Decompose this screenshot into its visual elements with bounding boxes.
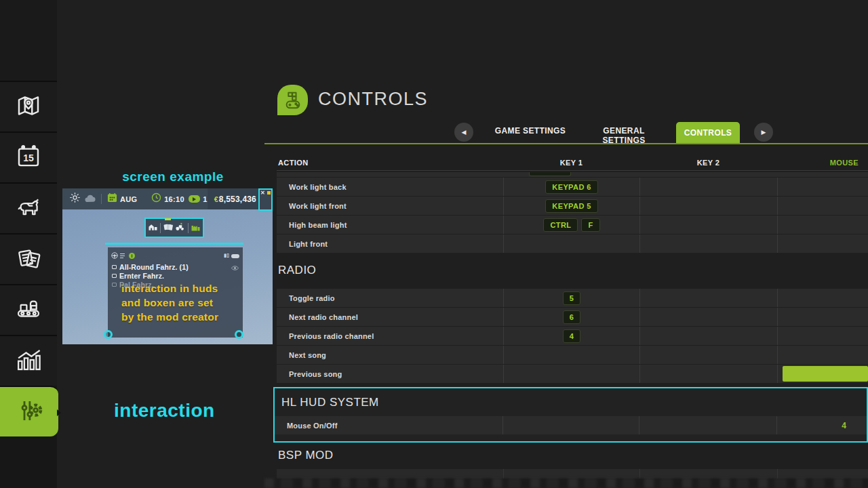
tab-controls[interactable]: CONTROLS [676, 122, 740, 143]
hud-vehicle-panel: i ▮▯ All-Round Fahrz. (1) Ernter Fahrz. [108, 247, 243, 338]
settings-icon [15, 396, 43, 428]
panel-item: All-Round Fahrz. (1) [108, 262, 243, 271]
statistics-icon [14, 346, 43, 377]
blurred-hotkey-bar [264, 479, 868, 488]
col-mouse: MOUSE [777, 159, 868, 167]
panel-mini-icon: ▮▯ [224, 253, 229, 258]
sidebar-item-settings[interactable] [0, 386, 58, 436]
section-title: RADIO [277, 264, 316, 277]
sidebar-item-calendar[interactable]: 15 [0, 131, 57, 182]
tab-general-settings[interactable]: GENERAL SETTINGS [582, 126, 666, 145]
table-row[interactable]: Work light front KEYPAD 5 [277, 197, 868, 215]
key-badge-fragment [529, 172, 571, 176]
table-row[interactable]: Next radio channel 6 [277, 308, 868, 326]
col-action: ACTION [277, 159, 503, 167]
game-hud-topbar: AUG 16:10 1 € 8,553,436 ✕ [62, 188, 273, 209]
table-row[interactable]: Mouse On/Off 4 [275, 416, 867, 434]
table-row[interactable]: Next song [277, 346, 868, 364]
table-header: ACTION KEY 1 KEY 2 MOUSE [277, 155, 868, 171]
close-icon: ✕ [260, 190, 265, 196]
arrow-right-icon: ▶ [762, 129, 766, 136]
annotation-note: interaction in huds and boxen are set by… [121, 281, 218, 324]
calendar-small-icon [107, 192, 117, 205]
annotation-corner-box: ✕ [258, 188, 273, 211]
cow-icon [14, 193, 43, 224]
folder-icon [112, 274, 117, 278]
mouse-binding-value[interactable]: 4 [842, 421, 867, 430]
annotation-line [105, 243, 243, 245]
folder-icon [112, 283, 117, 287]
farm-icon [149, 222, 157, 234]
calendar-icon: 15 [14, 142, 43, 174]
tab-underline [264, 143, 868, 144]
green-dash-marker [165, 218, 171, 220]
key-badge[interactable]: 5 [563, 291, 581, 305]
sidebar-item-animals[interactable] [0, 182, 57, 233]
col-key2: KEY 2 [639, 159, 777, 167]
sidebar-item-map[interactable] [0, 81, 57, 131]
folder-icon [112, 265, 117, 269]
key-badge[interactable]: CTRL [543, 218, 578, 232]
sidebar-item-production[interactable] [0, 284, 57, 335]
tractor-icon [175, 222, 185, 234]
game-screenshot-inset: AUG 16:10 1 € 8,553,436 ✕ [62, 188, 273, 344]
game-month: AUG [120, 195, 137, 203]
svg-text:15: 15 [23, 152, 34, 163]
steering-wheel-icon [111, 249, 118, 262]
section-title: HL HUD SYSTEM [275, 388, 867, 415]
gamepad-mini-icon [231, 249, 239, 262]
controls-table: ACTION KEY 1 KEY 2 MOUSE Work light back… [277, 155, 868, 479]
sun-icon [69, 192, 81, 206]
tabs-next-button[interactable]: ▶ [754, 123, 773, 142]
key-badge[interactable]: KEYPAD 5 [545, 199, 597, 213]
time-speed-badge [189, 195, 200, 203]
resize-handle-right[interactable] [235, 330, 243, 339]
controls-gamepad-icon [277, 85, 308, 115]
tab-game-settings[interactable]: GAME SETTINGS [490, 126, 570, 136]
table-row[interactable]: Toggle radio 5 [277, 289, 868, 307]
money-amount: 8,553,436 [219, 195, 256, 204]
section-radio: RADIO [277, 253, 868, 288]
sidebar: 15 [0, 0, 57, 488]
table-row-clipped [277, 172, 868, 177]
col-key1: KEY 1 [503, 159, 639, 167]
controls-settings-screen: 15 [0, 0, 868, 488]
eye-icon [231, 261, 239, 273]
sidebar-item-contracts[interactable] [0, 233, 57, 284]
divider [101, 194, 102, 204]
cloud-icon [85, 193, 96, 205]
clock-icon [151, 192, 161, 205]
map-icon [14, 92, 43, 123]
hud-quick-icons-box [144, 218, 204, 238]
page-title: CONTROLS [318, 89, 428, 110]
table-row[interactable]: Light front [277, 235, 868, 253]
hud-system-highlight-box: HL HUD SYSTEM Mouse On/Off 4 [273, 387, 868, 443]
resize-handle-left[interactable] [104, 330, 113, 339]
table-row-clipped [277, 469, 868, 479]
game-time: 16:10 [164, 195, 184, 203]
sidebar-spacer [0, 0, 57, 81]
table-row[interactable]: Work light back KEYPAD 6 [277, 178, 868, 196]
tabs-prev-button[interactable]: ◀ [454, 123, 473, 142]
list-icon [120, 249, 127, 262]
key-badge[interactable]: F [581, 218, 599, 232]
panel-header: i ▮▯ [108, 247, 243, 262]
table-row[interactable]: High beam light CTRL F [277, 216, 868, 234]
currency-symbol: € [214, 195, 218, 203]
mouse-binding-selected[interactable] [783, 366, 868, 382]
production-green-icon [191, 222, 200, 234]
documents-icon [14, 244, 43, 275]
table-row[interactable]: Previous song [277, 365, 868, 383]
panel-item: Ernter Fahrz. [108, 271, 243, 280]
sidebar-item-statistics[interactable] [0, 335, 57, 386]
section-title: BSP MOD [277, 449, 334, 462]
key-badge[interactable]: 6 [563, 310, 581, 324]
table-row[interactable]: Previous radio channel 4 [277, 327, 868, 345]
info-icon: i [129, 253, 135, 259]
section-bsp-mod: BSP MOD [277, 443, 868, 468]
key-badge[interactable]: KEYPAD 6 [545, 180, 597, 194]
production-icon [14, 295, 43, 326]
key-badge[interactable]: 4 [563, 329, 581, 343]
annotation-interaction: interaction [114, 400, 215, 422]
annotation-screen-example: screen example [78, 169, 268, 184]
